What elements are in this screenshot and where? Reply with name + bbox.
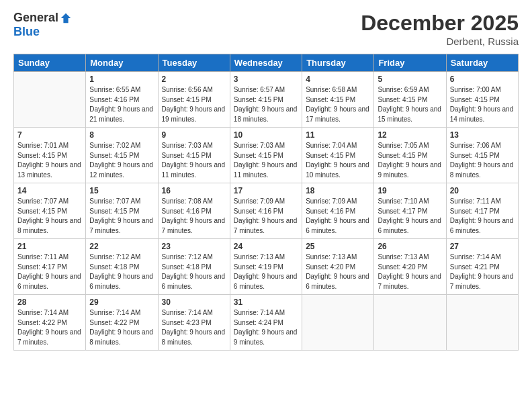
day-number: 21 bbox=[17, 242, 82, 251]
header-thursday: Thursday bbox=[302, 54, 374, 72]
calendar-week-row: 28Sunrise: 7:14 AMSunset: 4:22 PMDayligh… bbox=[14, 295, 519, 351]
table-row: 10Sunrise: 7:03 AMSunset: 4:15 PMDayligh… bbox=[230, 128, 302, 183]
header-tuesday: Tuesday bbox=[158, 54, 230, 72]
table-row: 15Sunrise: 7:07 AMSunset: 4:15 PMDayligh… bbox=[86, 183, 158, 239]
month-title: December 2025 bbox=[361, 11, 519, 36]
day-info: Sunrise: 6:59 AMSunset: 4:15 PMDaylight:… bbox=[378, 85, 442, 124]
table-row bbox=[374, 295, 446, 351]
day-number: 5 bbox=[378, 75, 442, 84]
table-row: 23Sunrise: 7:12 AMSunset: 4:18 PMDayligh… bbox=[158, 239, 230, 295]
day-number: 4 bbox=[306, 75, 370, 84]
table-row: 16Sunrise: 7:08 AMSunset: 4:16 PMDayligh… bbox=[158, 183, 230, 239]
table-row: 6Sunrise: 7:00 AMSunset: 4:15 PMDaylight… bbox=[446, 72, 518, 128]
header-friday: Friday bbox=[374, 54, 446, 72]
calendar-week-row: 1Sunrise: 6:55 AMSunset: 4:16 PMDaylight… bbox=[14, 72, 519, 128]
day-info: Sunrise: 7:14 AMSunset: 4:22 PMDaylight:… bbox=[17, 308, 82, 347]
calendar-week-row: 7Sunrise: 7:01 AMSunset: 4:15 PMDaylight… bbox=[14, 128, 519, 183]
table-row: 14Sunrise: 7:07 AMSunset: 4:15 PMDayligh… bbox=[14, 183, 86, 239]
day-number: 23 bbox=[162, 242, 226, 251]
table-row: 30Sunrise: 7:14 AMSunset: 4:23 PMDayligh… bbox=[158, 295, 230, 351]
page-container: General Blue December 2025 Derbent, Russ… bbox=[0, 0, 532, 411]
table-row: 2Sunrise: 6:56 AMSunset: 4:15 PMDaylight… bbox=[158, 72, 230, 128]
table-row: 21Sunrise: 7:11 AMSunset: 4:17 PMDayligh… bbox=[14, 239, 86, 295]
day-number: 22 bbox=[89, 242, 154, 251]
day-number: 1 bbox=[89, 75, 154, 84]
header-sunday: Sunday bbox=[14, 54, 86, 72]
day-number: 8 bbox=[89, 130, 154, 140]
table-row: 22Sunrise: 7:12 AMSunset: 4:18 PMDayligh… bbox=[86, 239, 158, 295]
day-info: Sunrise: 6:58 AMSunset: 4:15 PMDaylight:… bbox=[306, 85, 370, 124]
day-info: Sunrise: 7:14 AMSunset: 4:23 PMDaylight:… bbox=[162, 308, 226, 347]
day-info: Sunrise: 7:02 AMSunset: 4:15 PMDaylight:… bbox=[89, 141, 154, 180]
table-row: 3Sunrise: 6:57 AMSunset: 4:15 PMDaylight… bbox=[230, 72, 302, 128]
day-number: 16 bbox=[162, 186, 226, 195]
table-row: 19Sunrise: 7:10 AMSunset: 4:17 PMDayligh… bbox=[374, 183, 446, 239]
day-info: Sunrise: 7:09 AMSunset: 4:16 PMDaylight:… bbox=[234, 197, 298, 236]
day-info: Sunrise: 7:13 AMSunset: 4:19 PMDaylight:… bbox=[234, 253, 298, 291]
day-number: 15 bbox=[89, 186, 154, 195]
day-info: Sunrise: 7:13 AMSunset: 4:20 PMDaylight:… bbox=[306, 253, 370, 291]
table-row: 17Sunrise: 7:09 AMSunset: 4:16 PMDayligh… bbox=[230, 183, 302, 239]
logo: General Blue bbox=[13, 11, 72, 39]
day-number: 29 bbox=[89, 298, 154, 307]
logo-general-text: General bbox=[13, 11, 58, 25]
day-number: 7 bbox=[17, 130, 82, 140]
logo-icon bbox=[60, 12, 72, 24]
day-info: Sunrise: 7:14 AMSunset: 4:21 PMDaylight:… bbox=[450, 253, 515, 291]
calendar-table: Sunday Monday Tuesday Wednesday Thursday… bbox=[13, 54, 519, 351]
table-row: 1Sunrise: 6:55 AMSunset: 4:16 PMDaylight… bbox=[86, 72, 158, 128]
day-info: Sunrise: 7:01 AMSunset: 4:15 PMDaylight:… bbox=[17, 141, 82, 180]
day-info: Sunrise: 6:56 AMSunset: 4:15 PMDaylight:… bbox=[162, 85, 226, 124]
day-info: Sunrise: 7:12 AMSunset: 4:18 PMDaylight:… bbox=[89, 253, 154, 291]
table-row: 11Sunrise: 7:04 AMSunset: 4:15 PMDayligh… bbox=[302, 128, 374, 183]
day-number: 18 bbox=[306, 186, 370, 195]
day-info: Sunrise: 6:55 AMSunset: 4:16 PMDaylight:… bbox=[89, 85, 154, 124]
day-info: Sunrise: 7:06 AMSunset: 4:15 PMDaylight:… bbox=[450, 141, 515, 180]
day-number: 19 bbox=[378, 186, 442, 195]
table-row bbox=[14, 72, 86, 128]
day-number: 10 bbox=[234, 130, 298, 140]
day-number: 14 bbox=[17, 186, 82, 195]
table-row bbox=[446, 295, 518, 351]
day-number: 25 bbox=[306, 242, 370, 251]
header-wednesday: Wednesday bbox=[230, 54, 302, 72]
day-number: 2 bbox=[162, 75, 226, 84]
header-saturday: Saturday bbox=[446, 54, 518, 72]
day-info: Sunrise: 7:10 AMSunset: 4:17 PMDaylight:… bbox=[378, 197, 442, 236]
table-row: 29Sunrise: 7:14 AMSunset: 4:22 PMDayligh… bbox=[86, 295, 158, 351]
calendar-week-row: 14Sunrise: 7:07 AMSunset: 4:15 PMDayligh… bbox=[14, 183, 519, 239]
day-info: Sunrise: 7:03 AMSunset: 4:15 PMDaylight:… bbox=[162, 141, 226, 180]
table-row: 26Sunrise: 7:13 AMSunset: 4:20 PMDayligh… bbox=[374, 239, 446, 295]
calendar-week-row: 21Sunrise: 7:11 AMSunset: 4:17 PMDayligh… bbox=[14, 239, 519, 295]
day-number: 3 bbox=[234, 75, 298, 84]
day-number: 9 bbox=[162, 130, 226, 140]
day-number: 17 bbox=[234, 186, 298, 195]
table-row: 27Sunrise: 7:14 AMSunset: 4:21 PMDayligh… bbox=[446, 239, 518, 295]
day-info: Sunrise: 7:11 AMSunset: 4:17 PMDaylight:… bbox=[450, 197, 515, 236]
day-number: 28 bbox=[17, 298, 82, 307]
day-info: Sunrise: 7:09 AMSunset: 4:16 PMDaylight:… bbox=[306, 197, 370, 236]
day-number: 30 bbox=[162, 298, 226, 307]
day-info: Sunrise: 7:03 AMSunset: 4:15 PMDaylight:… bbox=[234, 141, 298, 180]
table-row: 9Sunrise: 7:03 AMSunset: 4:15 PMDaylight… bbox=[158, 128, 230, 183]
day-info: Sunrise: 7:07 AMSunset: 4:15 PMDaylight:… bbox=[17, 197, 82, 236]
day-info: Sunrise: 7:04 AMSunset: 4:15 PMDaylight:… bbox=[306, 141, 370, 180]
day-info: Sunrise: 7:00 AMSunset: 4:15 PMDaylight:… bbox=[450, 85, 515, 124]
day-number: 13 bbox=[450, 130, 515, 140]
day-info: Sunrise: 6:57 AMSunset: 4:15 PMDaylight:… bbox=[234, 85, 298, 124]
day-number: 24 bbox=[234, 242, 298, 251]
table-row: 12Sunrise: 7:05 AMSunset: 4:15 PMDayligh… bbox=[374, 128, 446, 183]
svg-marker-0 bbox=[61, 13, 71, 22]
day-info: Sunrise: 7:12 AMSunset: 4:18 PMDaylight:… bbox=[162, 253, 226, 291]
day-number: 20 bbox=[450, 186, 515, 195]
table-row: 25Sunrise: 7:13 AMSunset: 4:20 PMDayligh… bbox=[302, 239, 374, 295]
day-number: 12 bbox=[378, 130, 442, 140]
title-block: December 2025 Derbent, Russia bbox=[361, 11, 519, 47]
day-info: Sunrise: 7:08 AMSunset: 4:16 PMDaylight:… bbox=[162, 197, 226, 236]
table-row: 5Sunrise: 6:59 AMSunset: 4:15 PMDaylight… bbox=[374, 72, 446, 128]
table-row bbox=[302, 295, 374, 351]
day-info: Sunrise: 7:14 AMSunset: 4:22 PMDaylight:… bbox=[89, 308, 154, 347]
table-row: 8Sunrise: 7:02 AMSunset: 4:15 PMDaylight… bbox=[86, 128, 158, 183]
table-row: 18Sunrise: 7:09 AMSunset: 4:16 PMDayligh… bbox=[302, 183, 374, 239]
table-row: 4Sunrise: 6:58 AMSunset: 4:15 PMDaylight… bbox=[302, 72, 374, 128]
